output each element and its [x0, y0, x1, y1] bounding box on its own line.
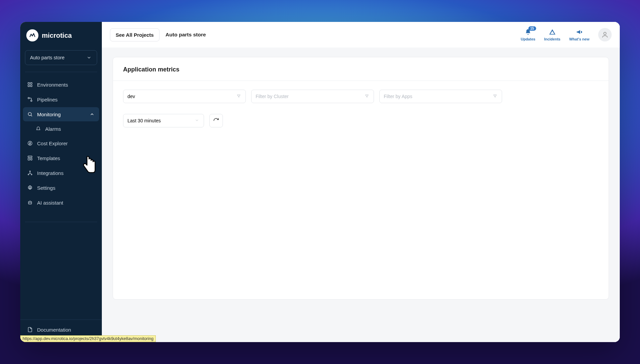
app-window: microtica Auto parts store Environments … — [20, 22, 620, 342]
sidebar-item-settings[interactable]: Settings — [23, 181, 99, 195]
sidebar-item-label: Documentation — [37, 327, 71, 333]
svg-rect-3 — [30, 85, 32, 87]
svg-point-14 — [29, 187, 31, 188]
svg-point-18 — [604, 32, 606, 35]
filter-placeholder: Filter by Apps — [384, 94, 412, 99]
megaphone-icon — [576, 28, 583, 36]
sidebar-item-pipelines[interactable]: Pipelines — [23, 92, 99, 107]
filter-icon — [365, 94, 370, 99]
topbar-action-label: What's new — [569, 37, 589, 41]
chevron-down-icon — [86, 55, 92, 61]
sidebar-item-label: AI assistant — [37, 200, 63, 206]
topbar: See All Projects Auto parts store 15 Upd… — [102, 22, 620, 48]
sidebar-item-label: Alarms — [45, 126, 61, 132]
filter-environment[interactable]: dev — [123, 90, 246, 103]
chevron-up-icon — [89, 111, 95, 117]
sidebar-item-ai-assistant[interactable]: AI assistant — [23, 195, 99, 210]
refresh-button[interactable] — [209, 114, 223, 127]
topbar-incidents[interactable]: Incidents — [544, 28, 560, 41]
svg-rect-8 — [28, 156, 32, 157]
dollar-icon — [27, 140, 33, 146]
filter-apps[interactable]: Filter by Apps — [379, 90, 502, 103]
svg-rect-1 — [30, 83, 32, 84]
content-area: Application metrics dev Filter by Cluste… — [102, 48, 620, 342]
card-header: Application metrics — [113, 57, 609, 81]
robot-icon — [27, 200, 33, 206]
sidebar: microtica Auto parts store Environments … — [20, 22, 102, 342]
svg-rect-10 — [31, 158, 32, 160]
sidebar-item-label: Settings — [37, 185, 55, 191]
sidebar-nav: Environments Pipelines Monitoring — [20, 75, 102, 212]
user-avatar[interactable] — [598, 28, 612, 41]
metrics-card: Application metrics dev Filter by Cluste… — [113, 57, 609, 300]
gear-icon — [27, 185, 33, 191]
sidebar-item-label: Monitoring — [37, 112, 61, 117]
sidebar-item-label: Templates — [37, 155, 60, 161]
svg-rect-2 — [28, 85, 30, 87]
templates-icon — [27, 155, 33, 161]
filter-icon — [493, 94, 498, 99]
filter-cluster[interactable]: Filter by Cluster — [251, 90, 374, 103]
sidebar-item-label: Cost Explorer — [37, 141, 68, 146]
sidebar-subitem-alarms[interactable]: Alarms — [23, 122, 99, 135]
filter-value: Last 30 minutes — [127, 118, 161, 123]
svg-point-12 — [28, 174, 29, 175]
sidebar-item-environments[interactable]: Environments — [23, 78, 99, 92]
topbar-action-label: Updates — [521, 37, 535, 41]
topbar-actions: 15 Updates Incidents What's new — [521, 28, 612, 41]
svg-point-11 — [30, 171, 31, 172]
layers-icon — [27, 82, 33, 88]
pipeline-icon — [27, 96, 33, 102]
brand-logo[interactable]: microtica — [20, 22, 102, 48]
card-filters: dev Filter by Cluster Filter by Apps — [113, 81, 609, 131]
svg-point-17 — [30, 203, 31, 203]
svg-rect-9 — [28, 158, 30, 160]
logo-icon — [26, 29, 38, 41]
project-selector[interactable]: Auto parts store — [25, 50, 97, 65]
card-title: Application metrics — [123, 66, 599, 73]
sidebar-item-label: Pipelines — [37, 97, 58, 102]
refresh-icon — [213, 118, 219, 124]
svg-point-4 — [28, 97, 29, 99]
warning-icon — [549, 28, 556, 36]
topbar-whats-new[interactable]: What's new — [569, 28, 589, 41]
sidebar-item-label: Environments — [37, 82, 68, 88]
status-link-tooltip: https://app.dev.microtica.io/projects/2h… — [20, 335, 156, 342]
svg-point-13 — [31, 174, 32, 175]
svg-point-6 — [28, 113, 31, 116]
updates-badge: 15 — [528, 26, 536, 31]
sidebar-divider — [25, 222, 97, 222]
sidebar-item-documentation[interactable]: Documentation — [23, 323, 99, 336]
sidebar-item-cost-explorer[interactable]: Cost Explorer — [23, 136, 99, 150]
sidebar-divider — [25, 72, 97, 72]
current-project-name: Auto parts store — [166, 32, 206, 38]
integrations-icon — [27, 170, 33, 176]
document-icon — [27, 327, 33, 333]
filter-icon — [237, 94, 241, 99]
svg-point-5 — [31, 100, 32, 101]
alarm-icon — [35, 126, 41, 132]
chevron-down-icon — [195, 118, 200, 123]
monitoring-icon — [27, 111, 33, 117]
topbar-updates[interactable]: 15 Updates — [521, 28, 535, 41]
svg-rect-0 — [28, 83, 30, 84]
project-selector-value: Auto parts store — [30, 55, 64, 60]
svg-point-16 — [29, 203, 29, 203]
main-area: See All Projects Auto parts store 15 Upd… — [102, 22, 620, 342]
filter-placeholder: Filter by Cluster — [256, 94, 289, 99]
sidebar-item-label: Integrations — [37, 170, 63, 176]
sidebar-item-monitoring[interactable]: Monitoring — [23, 107, 99, 121]
brand-name: microtica — [42, 32, 72, 39]
sidebar-item-integrations[interactable]: Integrations — [23, 166, 99, 180]
sidebar-item-templates[interactable]: Templates — [23, 151, 99, 165]
filter-time-range[interactable]: Last 30 minutes — [123, 114, 204, 127]
see-all-projects-button[interactable]: See All Projects — [110, 28, 159, 41]
filter-value: dev — [127, 94, 135, 99]
topbar-action-label: Incidents — [544, 37, 560, 41]
